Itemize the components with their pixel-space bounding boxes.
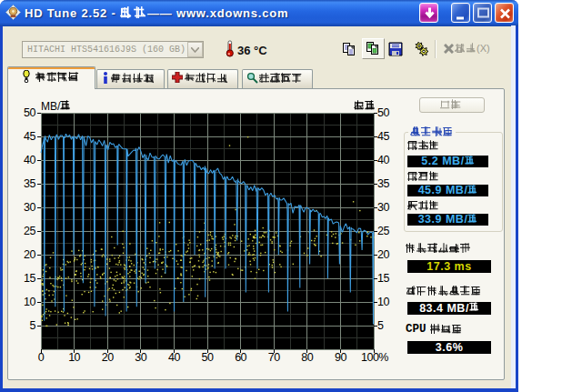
svg-text:40: 40 [24,154,35,166]
svg-text:30: 30 [135,351,146,364]
svg-text:15: 15 [377,272,389,285]
svg-text:10: 10 [377,296,389,308]
svg-text:70: 70 [268,351,280,364]
svg-text:5: 5 [377,319,384,332]
svg-text:25: 25 [24,225,35,237]
svg-text:25: 25 [377,225,389,237]
svg-text:20: 20 [24,248,35,261]
svg-text:0: 0 [38,351,45,364]
svg-text:45: 45 [377,130,389,143]
svg-text:80: 80 [301,351,313,364]
svg-text:10: 10 [24,296,35,308]
svg-text:90: 90 [335,351,346,364]
svg-text:40: 40 [168,351,180,364]
svg-text:15: 15 [24,272,35,285]
svg-text:100%: 100% [361,351,388,364]
svg-text:45: 45 [24,130,35,143]
svg-text:50: 50 [24,106,35,119]
svg-text:35: 35 [377,177,389,190]
svg-text:60: 60 [235,351,246,364]
svg-text:20: 20 [102,351,114,364]
svg-text:20: 20 [377,248,389,261]
svg-text:5: 5 [30,319,36,332]
svg-text:50: 50 [202,351,214,364]
svg-text:35: 35 [24,177,35,190]
svg-text:10: 10 [68,351,80,364]
svg-text:40: 40 [377,154,389,166]
svg-text:30: 30 [24,201,35,214]
svg-text:50: 50 [377,106,389,119]
svg-text:30: 30 [377,201,389,214]
